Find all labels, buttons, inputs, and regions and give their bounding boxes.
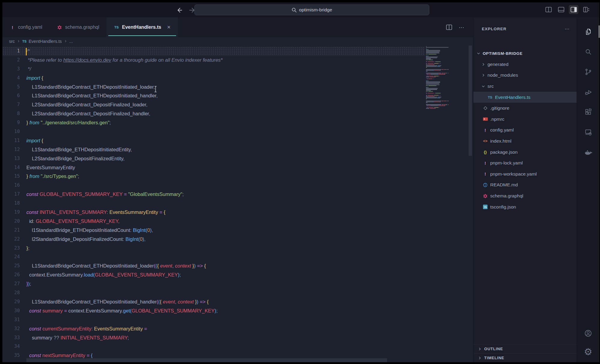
section-label: TIMELINE: [484, 356, 504, 360]
explorer-more-actions-icon[interactable]: ⋯: [565, 26, 570, 32]
search-icon[interactable]: [577, 42, 599, 62]
code-line-21[interactable]: l1StandardBridge_ETHDepositInitiatedCoun…: [26, 226, 223, 235]
line-number: 17: [2, 190, 22, 199]
tree-item-label: pnpm-workspace.yaml: [490, 171, 537, 177]
run-debug-icon[interactable]: [577, 82, 599, 102]
section-outline[interactable]: OUTLINE: [473, 344, 577, 353]
code-line-19[interactable]: const INITIAL_EVENTS_SUMMARY: EventsSumm…: [26, 208, 223, 217]
line-number: 28: [2, 289, 22, 297]
code-line-26[interactable]: context.EventsSummary.load(GLOBAL_EVENTS…: [26, 271, 223, 280]
toggle-secondary-sidebar-icon[interactable]: [569, 5, 578, 14]
docker-icon[interactable]: [577, 142, 599, 162]
code-line-29[interactable]: L1StandardBridgeContract_ETHDepositIniti…: [26, 297, 223, 306]
code-line-13[interactable]: L2StandardBridge_DepositFinalizedEntity,: [26, 154, 223, 163]
code-line-33[interactable]: summary ?? INITIAL_EVENTS_SUMMARY;: [26, 333, 223, 342]
remote-explorer-icon[interactable]: [577, 122, 599, 142]
split-editor-icon[interactable]: [446, 25, 452, 30]
command-center-search[interactable]: optimism-bridge: [194, 4, 429, 15]
tree-item-config.yaml[interactable]: !config.yaml: [473, 125, 577, 136]
code-line-14[interactable]: EventsSummaryEntity: [26, 163, 223, 172]
code-line-30[interactable]: const summary = context.EventsSummary.ge…: [26, 306, 223, 315]
code-line-4[interactable]: import {: [26, 74, 223, 83]
code-line-3[interactable]: */: [26, 65, 223, 74]
breadcrumb[interactable]: srcTSEventHandlers.ts...: [2, 37, 473, 46]
code-line-27[interactable]: });: [26, 280, 223, 289]
code-line-6[interactable]: L1StandardBridgeContract_ETHDepositIniti…: [26, 91, 223, 100]
tree-item-pnpm-lock.yaml[interactable]: !pnpm-lock.yaml: [473, 158, 577, 169]
tree-item-tsconfig.json[interactable]: TStsconfig.json: [473, 201, 577, 212]
account-icon[interactable]: [577, 324, 599, 342]
tab-config.yaml[interactable]: !config.yaml: [2, 17, 50, 37]
section-timeline[interactable]: TIMELINE: [473, 353, 577, 362]
more-actions-icon[interactable]: ⋯: [459, 24, 465, 31]
customize-layout-icon[interactable]: [581, 5, 591, 14]
editor[interactable]: 1234567891011121314151617181920212223242…: [2, 46, 473, 362]
tree-item-node_modules[interactable]: node_modules: [473, 70, 577, 81]
tree-item-label: .npmrc: [490, 117, 504, 122]
tree-item-README.md[interactable]: README.md: [473, 179, 577, 191]
code-line-17[interactable]: const GLOBAL_EVENTS_SUMMARY_KEY = "Globa…: [26, 190, 223, 199]
graphql-file-icon: [482, 194, 488, 198]
ts-file-icon: TS: [114, 25, 119, 29]
tree-item-schema.graphql[interactable]: schema.graphql: [473, 191, 577, 202]
toggle-panel-icon[interactable]: [556, 5, 566, 14]
code-line-24[interactable]: [26, 253, 223, 262]
graphql-file-icon: [57, 25, 62, 30]
code-line-8[interactable]: L2StandardBridgeContract_DepositFinalize…: [26, 109, 223, 118]
code-line-25[interactable]: L1StandardBridgeContract_ETHDepositIniti…: [26, 262, 223, 271]
tree-item-index.html[interactable]: <>index.html: [473, 136, 577, 147]
code-line-9[interactable]: } from "../generated/src/Handlers.gen";: [26, 118, 223, 127]
code-line-32[interactable]: const currentSummaryEntity: EventsSummar…: [26, 324, 223, 333]
tree-item-pnpm-workspace.yaml[interactable]: !pnpm-workspace.yaml: [473, 169, 577, 180]
source-control-icon[interactable]: [577, 62, 599, 82]
braces-file-icon: {}: [482, 150, 488, 154]
code-line-23[interactable]: };: [26, 244, 223, 253]
code-line-34[interactable]: [26, 342, 223, 351]
code-line-7[interactable]: L2StandardBridgeContract_DepositFinalize…: [26, 100, 223, 109]
tree-item-.gitignore[interactable]: .gitignore: [473, 103, 577, 114]
explorer-icon[interactable]: [577, 22, 599, 42]
tab-EventHandlers.ts[interactable]: TSEventHandlers.ts✕: [106, 17, 178, 37]
chevron-right-icon: [478, 347, 482, 351]
code-line-1[interactable]: /*: [26, 47, 223, 56]
code-line-10[interactable]: [26, 127, 223, 136]
code-line-12[interactable]: L1StandardBridge_ETHDepositInitiatedEnti…: [26, 145, 223, 154]
tree-item-.npmrc[interactable]: .npmrc: [473, 114, 577, 125]
tree-item-EventHandlers.ts[interactable]: TSEventHandlers.ts: [473, 92, 577, 103]
code-line-15[interactable]: } from "./src/Types.gen";: [26, 172, 223, 181]
close-tab-icon[interactable]: ✕: [167, 25, 171, 30]
settings-icon[interactable]: ⚙: [577, 342, 599, 361]
breadcrumb-item[interactable]: EventHandlers.ts: [28, 39, 62, 44]
code-line-31[interactable]: [26, 315, 223, 324]
toggle-primary-sidebar-icon[interactable]: [544, 5, 553, 14]
minimap[interactable]: [426, 46, 467, 109]
code-line-16[interactable]: [26, 181, 223, 190]
breadcrumb-separator-icon: [17, 39, 20, 44]
vscode-window: optimism-bridge !config.yamlschema.graph…: [2, 2, 599, 362]
code-line-20[interactable]: id: GLOBAL_EVENTS_SUMMARY_KEY,: [26, 217, 223, 226]
tree-item-label: pnpm-lock.yaml: [490, 160, 523, 166]
code-line-18[interactable]: [26, 199, 223, 208]
text-cursor: [26, 48, 27, 55]
tree-item-label: generated: [488, 62, 508, 67]
svg-text:TS: TS: [484, 206, 487, 209]
tree-item-generated[interactable]: generated: [473, 59, 577, 70]
code-line-28[interactable]: [26, 289, 223, 297]
code-line-2[interactable]: *Please refer to https://docs.envio.dev …: [26, 56, 223, 65]
extensions-icon[interactable]: [577, 102, 599, 122]
breadcrumb-item[interactable]: ...: [69, 39, 73, 44]
chevron-down-icon: [476, 51, 481, 55]
breadcrumb-item[interactable]: src: [9, 39, 15, 44]
chevron-right-icon: [481, 73, 485, 77]
nav-back-icon[interactable]: [176, 6, 184, 14]
tab-schema.graphql[interactable]: schema.graphql: [50, 17, 106, 37]
horizontal-scrollbar[interactable]: [26, 358, 387, 362]
tree-root-optimism-bridge[interactable]: OPTIMISM-BRIDGE: [473, 48, 577, 59]
code-line-22[interactable]: l2StandardBridge_DepositFinalizedCount: …: [26, 235, 223, 244]
code-line-5[interactable]: L1StandardBridgeContract_ETHDepositIniti…: [26, 83, 223, 92]
tree-item-src[interactable]: src: [473, 81, 577, 92]
vertical-scrollbar[interactable]: [469, 46, 472, 156]
code-line-11[interactable]: import {: [26, 136, 223, 145]
tree-item-package.json[interactable]: {}package.json: [473, 146, 577, 158]
title-bar: optimism-bridge: [2, 2, 599, 17]
